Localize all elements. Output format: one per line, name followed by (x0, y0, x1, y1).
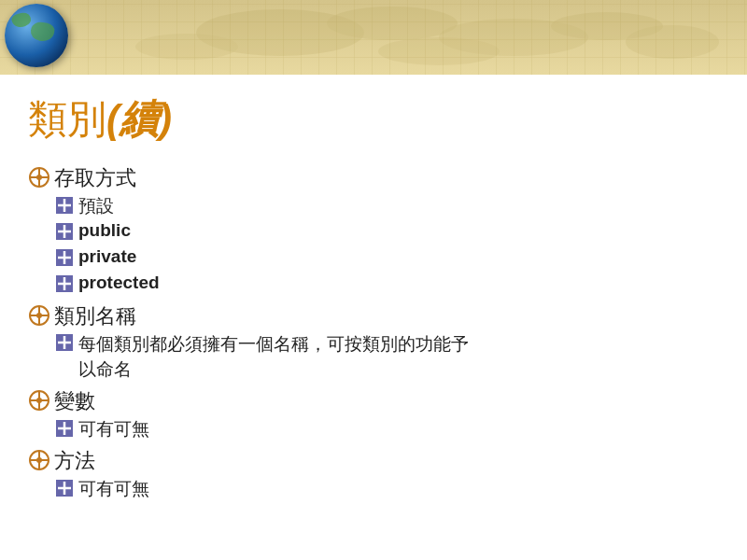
sub-item-label: 每個類別都必須擁有一個名稱，可按類別的功能予 以命名 (78, 332, 469, 382)
list-item: 可有可無 (56, 477, 719, 501)
sub-item-label: 預設 (78, 194, 114, 218)
list-item: 可有可無 (56, 417, 719, 441)
svg-point-33 (36, 398, 42, 403)
title-middle-char: 續 (120, 97, 159, 141)
main-bullet-icon (28, 304, 54, 332)
svg-point-26 (36, 313, 42, 318)
list-item: public (56, 220, 719, 245)
main-bullet-icon (28, 449, 54, 477)
sub-item-protected: protected (78, 273, 160, 293)
page-title-section: 類別(續) (0, 75, 747, 155)
main-bullet-icon (28, 389, 54, 417)
svg-point-5 (135, 34, 238, 60)
globe-icon (5, 4, 72, 71)
main-item-variable: 變數 (28, 387, 719, 417)
list-item: protected (56, 273, 719, 297)
sub-item-label: 可有可無 (78, 417, 149, 441)
main-item-access: 存取方式 (28, 164, 719, 194)
sub-bullet-icon (56, 480, 78, 501)
list-item: 類別名稱 每個類別都必須擁有一個名稱，可按類別的功能予 以命名 (28, 302, 719, 382)
main-bullet-icon (28, 166, 54, 194)
main-item-classname: 類別名稱 (28, 302, 719, 332)
svg-point-10 (36, 175, 42, 180)
list-item: 存取方式 預設 (28, 164, 719, 297)
svg-point-40 (36, 457, 42, 463)
sub-item-label: 可有可無 (78, 477, 149, 501)
sub-item-label: private (78, 246, 136, 267)
sub-bullet-icon (56, 197, 78, 218)
globe-sphere (5, 4, 68, 67)
sub-list-access: 預設 public (56, 194, 719, 297)
main-item-method: 方法 (28, 447, 719, 477)
list-item: 預設 (56, 194, 719, 218)
list-item: 方法 可有可無 (28, 447, 719, 501)
main-item-label: 存取方式 (54, 164, 136, 192)
sub-list-method: 可有可無 (56, 477, 719, 501)
sub-item-label: public (78, 220, 131, 241)
sub-bullet-icon (56, 223, 78, 245)
sub-bullet-icon (56, 420, 78, 441)
sub-bullet-icon (56, 249, 78, 271)
main-item-label: 變數 (54, 387, 95, 415)
svg-point-6 (378, 37, 500, 65)
page-title: 類別(續) (28, 93, 719, 146)
sub-list-classname: 每個類別都必須擁有一個名稱，可按類別的功能予 以命名 (56, 332, 719, 382)
main-list: 存取方式 預設 (28, 164, 719, 501)
list-item: 每個類別都必須擁有一個名稱，可按類別的功能予 以命名 (56, 332, 719, 382)
map-svg (0, 0, 747, 75)
list-item: 變數 可有可無 (28, 387, 719, 441)
svg-point-1 (327, 7, 458, 40)
main-item-label: 類別名稱 (54, 302, 136, 330)
header-banner (0, 0, 747, 75)
svg-point-4 (626, 25, 719, 59)
main-item-label: 方法 (54, 447, 95, 475)
sub-list-variable: 可有可無 (56, 417, 719, 441)
content-area: 存取方式 預設 (0, 155, 747, 516)
list-item: private (56, 246, 719, 271)
sub-bullet-icon (56, 275, 78, 297)
sub-bullet-icon (56, 334, 78, 356)
